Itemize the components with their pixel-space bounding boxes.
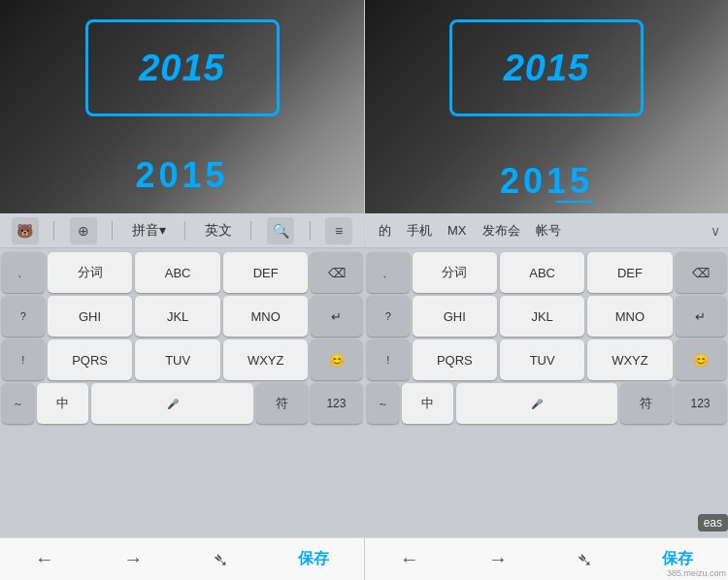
key-tilde-left[interactable]: ～	[2, 383, 34, 424]
key-fenchi-left[interactable]: 分词	[48, 252, 133, 293]
sugg-mx[interactable]: MX	[442, 221, 473, 240]
forward-btn-left[interactable]: →	[123, 548, 143, 570]
left-key-row-3: ! PQRS TUV WXYZ 😊	[2, 339, 362, 380]
right-handwritten-year: 2015	[504, 48, 590, 89]
key-ghi-left[interactable]: GHI	[48, 296, 133, 337]
right-image-area: 2015 2015	[365, 0, 728, 213]
right-key-row-4: ～ 中 🎤 符 123	[367, 383, 726, 424]
search-icon[interactable]: 🔍	[267, 217, 294, 244]
left-suggestions-bar: 🐻 ⊕ 拼音▾ 英文 🔍 ≡	[0, 213, 364, 248]
key-fu-left[interactable]: 符	[256, 383, 308, 424]
right-year-recognized: 2015	[500, 161, 593, 201]
eas-popup: eas	[698, 514, 728, 532]
handwrite-icon[interactable]: ⊕	[70, 217, 97, 244]
left-panel: 2015 2015 🐻 ⊕ 拼音▾ 英文 🔍 ≡ 、 分词 ABC	[0, 0, 364, 580]
back-btn-left[interactable]: ←	[35, 548, 54, 570]
right-panel: 2015 2015 的 手机 MX 发布会 帐号 ∨ 、 分词	[365, 0, 728, 580]
left-bottom-nav: ← → ➴ 保存	[0, 537, 364, 580]
save-btn-left[interactable]: 保存	[298, 549, 329, 569]
key-emoji-left[interactable]: 😊	[311, 339, 362, 380]
share-btn-right[interactable]: ➴	[577, 548, 593, 571]
left-keyboard: 、 分词 ABC DEF ⌫ ? GHI JKL MNO ↵ ! PQRS TU…	[0, 248, 364, 537]
key-excl-right[interactable]: !	[367, 339, 410, 380]
key-tuv-left[interactable]: TUV	[135, 339, 220, 380]
key-tuv-right[interactable]: TUV	[500, 339, 584, 380]
year-underline	[556, 201, 593, 203]
main-container: 2015 2015 🐻 ⊕ 拼音▾ 英文 🔍 ≡ 、 分词 ABC	[0, 0, 728, 580]
right-suggestions-bar: 的 手机 MX 发布会 帐号 ∨	[365, 213, 728, 248]
sugg-launch[interactable]: 发布会	[477, 220, 526, 242]
left-blue-box: 2015	[85, 19, 280, 116]
forward-btn-right[interactable]: →	[488, 548, 508, 570]
key-enter-right[interactable]: ↵	[676, 296, 726, 337]
key-abc-right[interactable]: ABC	[500, 252, 584, 293]
key-tilde-right[interactable]: ～	[367, 383, 399, 424]
key-def-right[interactable]: DEF	[587, 252, 672, 293]
eas-text: eas	[704, 516, 722, 530]
pinyin-btn[interactable]: 拼音▾	[128, 222, 170, 240]
key-emoji-right[interactable]: 😊	[676, 339, 726, 380]
key-abc-left[interactable]: ABC	[135, 252, 220, 293]
right-blue-box: 2015	[449, 19, 644, 116]
key-jkl-right[interactable]: JKL	[500, 296, 584, 337]
left-image-area: 2015 2015	[0, 0, 364, 213]
back-btn-right[interactable]: ←	[400, 548, 419, 570]
key-mno-left[interactable]: MNO	[223, 296, 309, 337]
key-pqrs-right[interactable]: PQRS	[413, 339, 497, 380]
key-123-right[interactable]: 123	[675, 383, 726, 424]
key-fenchi-right[interactable]: 分词	[413, 252, 497, 293]
key-def-left[interactable]: DEF	[223, 252, 309, 293]
left-year-recognized: 2015	[135, 155, 228, 196]
key-wxyz-right[interactable]: WXYZ	[587, 339, 672, 380]
right-key-row-3: ! PQRS TUV WXYZ 😊	[367, 339, 726, 380]
right-key-row-1: 、 分词 ABC DEF ⌫	[367, 252, 726, 293]
key-jkl-left[interactable]: JKL	[135, 296, 220, 337]
key-pqrs-left[interactable]: PQRS	[48, 339, 133, 380]
chevron-down-icon[interactable]: ∨	[711, 223, 720, 239]
key-comma-left[interactable]: 、	[2, 252, 45, 293]
divider-4	[250, 221, 251, 241]
right-year-container: 2015	[500, 161, 593, 202]
menu-icon[interactable]: ≡	[325, 217, 352, 244]
divider-5	[310, 221, 311, 241]
right-key-row-2: ? GHI JKL MNO ↵	[367, 296, 726, 337]
key-wxyz-left[interactable]: WXYZ	[223, 339, 309, 380]
right-keyboard: 、 分词 ABC DEF ⌫ ? GHI JKL MNO ↵ ! PQRS TU…	[365, 248, 728, 537]
key-enter-left[interactable]: ↵	[311, 296, 362, 337]
sugg-phone[interactable]: 手机	[401, 220, 438, 242]
bear-icon[interactable]: 🐻	[12, 217, 39, 244]
save-btn-right[interactable]: 保存	[662, 549, 693, 569]
english-btn[interactable]: 英文	[201, 222, 236, 240]
left-handwritten-year: 2015	[139, 48, 225, 89]
key-cn-left[interactable]: 中	[37, 383, 88, 424]
left-key-row-2: ? GHI JKL MNO ↵	[2, 296, 362, 337]
key-space-right[interactable]: 🎤	[456, 383, 617, 424]
key-space-left[interactable]: 🎤	[91, 383, 252, 424]
left-key-row-4: ～ 中 🎤 符 123	[2, 383, 362, 424]
divider-2	[112, 221, 113, 241]
key-fu-right[interactable]: 符	[620, 383, 672, 424]
share-btn-left[interactable]: ➴	[213, 548, 229, 571]
key-cn-right[interactable]: 中	[402, 383, 453, 424]
divider-1	[53, 221, 54, 241]
key-q-left[interactable]: ?	[2, 296, 45, 337]
key-123-left[interactable]: 123	[311, 383, 362, 424]
watermark: 385.meizu.com	[667, 568, 726, 578]
key-mno-right[interactable]: MNO	[587, 296, 672, 337]
sugg-account[interactable]: 帐号	[530, 220, 567, 242]
divider-3	[184, 221, 185, 241]
key-ghi-right[interactable]: GHI	[413, 296, 497, 337]
key-delete-left[interactable]: ⌫	[311, 252, 362, 293]
key-excl-left[interactable]: !	[2, 339, 45, 380]
sugg-de[interactable]: 的	[373, 220, 397, 242]
key-delete-right[interactable]: ⌫	[676, 252, 726, 293]
key-q-right[interactable]: ?	[367, 296, 410, 337]
key-comma-right[interactable]: 、	[367, 252, 410, 293]
left-key-row-1: 、 分词 ABC DEF ⌫	[2, 252, 362, 293]
